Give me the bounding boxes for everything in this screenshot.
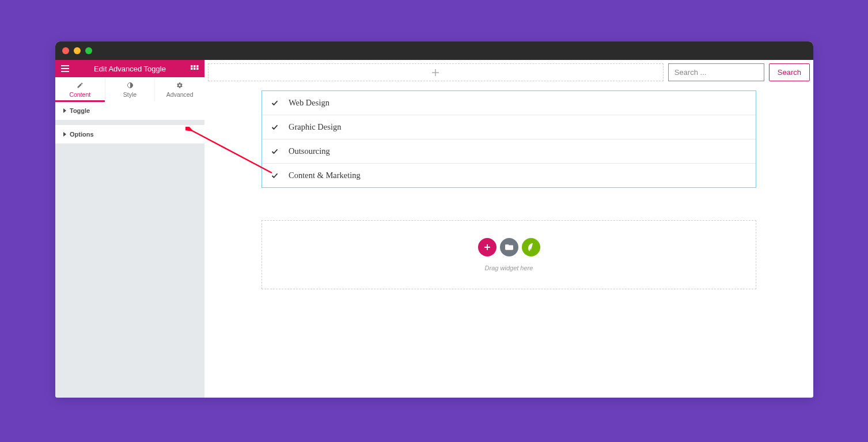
toggle-item[interactable]: Graphic Design [262, 115, 756, 139]
toggle-item-label: Web Design [289, 98, 329, 108]
window-titlebar [55, 41, 813, 60]
tab-style[interactable]: Style [105, 77, 156, 101]
plus-icon [484, 244, 491, 251]
widget-dropzone[interactable]: Drag widget here [261, 220, 756, 289]
svg-rect-4 [194, 68, 196, 70]
check-icon [271, 100, 278, 107]
toggle-item[interactable]: Content & Marketing [262, 164, 756, 187]
toggle-item-label: Outsourcing [289, 146, 330, 156]
check-icon [271, 148, 278, 155]
canvas-topbar: Search [208, 63, 810, 81]
menu-icon[interactable] [61, 65, 69, 72]
editor-canvas: Search Web Design Graphic Design Outsour… [204, 60, 813, 398]
window-maximize-button[interactable] [85, 47, 92, 54]
editor-sidebar: Edit Advanced Toggle Content Style [55, 60, 204, 398]
widgets-grid-icon[interactable] [191, 65, 199, 72]
app-window: Edit Advanced Toggle Content Style [55, 41, 813, 398]
dropzone-hint-text: Drag widget here [485, 265, 533, 271]
add-section-area[interactable] [208, 63, 664, 81]
check-icon [271, 172, 278, 179]
pencil-icon [77, 82, 84, 89]
envato-button[interactable] [522, 238, 540, 256]
section-toggle-label: Toggle [70, 107, 90, 114]
leaf-icon [528, 243, 535, 251]
toggle-item-label: Content & Marketing [289, 171, 361, 180]
toggle-item[interactable]: Web Design [262, 91, 756, 115]
folder-icon [505, 244, 513, 251]
advanced-toggle-widget[interactable]: Web Design Graphic Design Outsourcing Co… [261, 90, 756, 188]
sidebar-title: Edit Advanced Toggle [94, 65, 166, 73]
main-area: Edit Advanced Toggle Content Style [55, 60, 813, 398]
dropzone-buttons [478, 238, 540, 256]
section-options-label: Options [70, 131, 94, 138]
tab-advanced-label: Advanced [166, 91, 194, 98]
svg-rect-2 [196, 65, 199, 67]
gear-icon [176, 82, 183, 89]
search-input[interactable] [668, 63, 764, 81]
tab-content-label: Content [69, 91, 90, 98]
svg-rect-0 [191, 65, 193, 67]
window-minimize-button[interactable] [74, 47, 81, 54]
toggle-item-label: Graphic Design [289, 122, 341, 132]
caret-right-icon [63, 132, 66, 137]
style-contrast-icon [127, 82, 134, 89]
plus-icon [432, 69, 439, 76]
section-options[interactable]: Options [55, 125, 204, 144]
toggle-item[interactable]: Outsourcing [262, 139, 756, 164]
add-widget-button[interactable] [478, 238, 496, 256]
caret-right-icon [63, 108, 66, 113]
search-button[interactable]: Search [769, 63, 810, 81]
template-folder-button[interactable] [500, 238, 518, 256]
section-toggle[interactable]: Toggle [55, 101, 204, 120]
svg-rect-3 [191, 68, 193, 70]
tab-style-label: Style [123, 91, 137, 98]
sidebar-header: Edit Advanced Toggle [55, 60, 204, 77]
window-close-button[interactable] [62, 47, 69, 54]
svg-rect-1 [194, 65, 196, 67]
check-icon [271, 124, 278, 131]
tab-advanced[interactable]: Advanced [155, 77, 204, 101]
tab-content[interactable]: Content [55, 77, 105, 101]
svg-rect-5 [196, 68, 199, 70]
sidebar-tabs: Content Style Advanced [55, 77, 204, 101]
